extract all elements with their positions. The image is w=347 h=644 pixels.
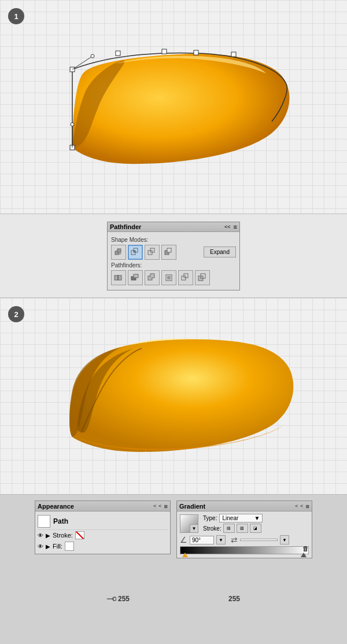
- svg-point-9: [71, 123, 74, 126]
- shape-modes-row: Expand: [111, 245, 236, 260]
- reverse-symbol: ⇄: [231, 535, 238, 544]
- shape-modes-label: Shape Modes:: [111, 237, 236, 243]
- stroke-visibility-icon[interactable]: 👁: [38, 532, 43, 539]
- pathfinder-controls: << ≡: [224, 223, 237, 230]
- reverse-input[interactable]: [240, 539, 278, 541]
- pathfinders-label: Pathfinders:: [111, 262, 236, 268]
- appearance-menu-btn[interactable]: ≡: [164, 503, 168, 510]
- stroke-type-btn-2[interactable]: ▧: [237, 524, 248, 533]
- add-shape-icon[interactable]: [111, 245, 126, 260]
- fill-expand-icon[interactable]: ▶: [46, 543, 50, 550]
- gradient-stop-left[interactable]: [182, 553, 188, 557]
- slider-left-icon: [107, 596, 116, 602]
- pathfinder-title: Pathfinder: [110, 223, 141, 230]
- gradient-body: ▼ Type: Linear ▼ Stroke: ▤ ▧: [177, 511, 312, 558]
- stroke-row: 👁 ▶ Stroke:: [38, 530, 168, 540]
- shape-svg-2: [43, 324, 304, 469]
- svg-rect-5: [231, 52, 236, 57]
- type-dropdown[interactable]: Linear ▼: [219, 514, 263, 522]
- svg-rect-20: [115, 275, 118, 280]
- type-value: Linear: [222, 515, 238, 521]
- gradient-type-arrow[interactable]: ▼: [190, 524, 198, 532]
- appearance-panel: Appearance ＜＜ ≡ Path 👁 ▶ Stroke: 👁 ▶: [35, 501, 171, 554]
- gradient-type-row: ▼ Type: Linear ▼ Stroke: ▤ ▧: [180, 514, 309, 533]
- exclude-shape-icon[interactable]: [145, 245, 160, 260]
- bottom-numbers: 255 255: [0, 595, 347, 603]
- svg-rect-15: [134, 251, 135, 252]
- type-label: Type:: [203, 515, 217, 521]
- stroke-type-row: Stroke: ▤ ▧ ◪: [203, 524, 263, 533]
- right-number-display: 255: [228, 595, 240, 603]
- minus-back-icon[interactable]: [195, 270, 210, 285]
- stroke-type-btn-3[interactable]: ◪: [250, 524, 261, 533]
- bottom-area: Appearance ＜＜ ≡ Path 👁 ▶ Stroke: 👁 ▶: [0, 495, 347, 608]
- left-number: 255: [118, 595, 130, 603]
- appearance-body: Path 👁 ▶ Stroke: 👁 ▶ Fill:: [35, 511, 170, 554]
- svg-rect-27: [150, 276, 152, 278]
- stroke-expand-icon[interactable]: ▶: [46, 532, 50, 539]
- left-number-display: 255: [107, 595, 130, 603]
- stroke-type-label: Stroke:: [203, 525, 222, 532]
- shape-svg-1: [40, 32, 307, 188]
- fill-visibility-icon[interactable]: 👁: [38, 543, 43, 550]
- svg-rect-19: [167, 248, 171, 252]
- gradient-collapse-btn[interactable]: ＜＜: [294, 502, 304, 510]
- svg-rect-12: [119, 252, 121, 255]
- divide-icon[interactable]: [111, 270, 126, 285]
- angle-input[interactable]: 90°: [190, 536, 214, 544]
- right-number: 255: [228, 595, 240, 603]
- pathfinder-menu-btn[interactable]: ≡: [234, 223, 237, 230]
- stroke-label: Stroke:: [53, 532, 73, 539]
- pathfinders-row: [111, 270, 236, 285]
- gradient-panel: Gradient ＜＜ ≡ ▼ Type: Linear ▼: [176, 501, 312, 558]
- fill-row: 👁 ▶ Fill:: [38, 540, 168, 552]
- canvas-section-1: 1: [0, 0, 347, 214]
- svg-point-8: [91, 54, 94, 58]
- reverse-dropdown-btn[interactable]: ▼: [280, 535, 289, 544]
- gradient-header: Gradient ＜＜ ≡: [177, 501, 312, 511]
- svg-rect-2: [116, 51, 120, 56]
- gradient-slider-container: 🗑: [180, 546, 309, 554]
- svg-rect-29: [167, 276, 171, 279]
- pathfinder-collapse-btn[interactable]: <<: [224, 224, 231, 230]
- appearance-header: Appearance ＜＜ ≡: [35, 501, 170, 511]
- delete-stop-btn[interactable]: 🗑: [302, 545, 309, 552]
- expand-button[interactable]: Expand: [204, 246, 236, 257]
- step-badge-1: 1: [8, 8, 24, 24]
- angle-row: ∠ 90° ▼ ⇄ ▼: [180, 535, 309, 544]
- path-swatch: [38, 515, 50, 528]
- gradient-menu-btn[interactable]: ≡: [306, 503, 309, 510]
- appearance-title: Appearance: [38, 503, 74, 510]
- gradient-stop-right[interactable]: [301, 553, 307, 557]
- stroke-color-swatch[interactable]: [75, 531, 84, 539]
- outline-icon[interactable]: [178, 270, 193, 285]
- crop-icon[interactable]: [161, 270, 176, 285]
- merge-icon[interactable]: [145, 270, 160, 285]
- subtract-shape-icon[interactable]: [161, 245, 176, 260]
- fill-color-swatch[interactable]: [65, 542, 74, 551]
- trim-icon[interactable]: [128, 270, 143, 285]
- angle-symbol: ∠: [180, 535, 187, 544]
- svg-rect-3: [162, 49, 167, 54]
- appearance-controls: ＜＜ ≡: [152, 502, 168, 510]
- gradient-type-controls: Type: Linear ▼ Stroke: ▤ ▧ ◪: [203, 514, 263, 533]
- pathfinder-panel-area: Pathfinder << ≡ Shape Modes:: [0, 214, 347, 298]
- appearance-collapse-btn[interactable]: ＜＜: [152, 502, 163, 510]
- canvas-section-2: 2: [0, 298, 347, 495]
- svg-rect-24: [134, 274, 138, 278]
- pathfinder-body: Shape Modes:: [108, 232, 239, 290]
- svg-rect-11: [117, 249, 121, 252]
- gradient-preview: ▼: [180, 514, 198, 533]
- gradient-slider-bar[interactable]: [180, 546, 309, 554]
- pathfinder-panel: Pathfinder << ≡ Shape Modes:: [107, 222, 240, 290]
- path-label: Path: [53, 517, 68, 525]
- type-dropdown-arrow: ▼: [254, 515, 260, 521]
- svg-rect-21: [118, 275, 121, 280]
- svg-rect-4: [194, 50, 198, 55]
- stroke-type-btn-1[interactable]: ▤: [223, 524, 235, 533]
- intersect-shape-icon[interactable]: [128, 245, 143, 260]
- pathfinder-title-bar: Pathfinder << ≡: [108, 222, 239, 232]
- svg-line-6: [72, 56, 93, 69]
- path-row: Path: [38, 513, 168, 530]
- angle-dropdown-btn[interactable]: ▼: [216, 535, 226, 544]
